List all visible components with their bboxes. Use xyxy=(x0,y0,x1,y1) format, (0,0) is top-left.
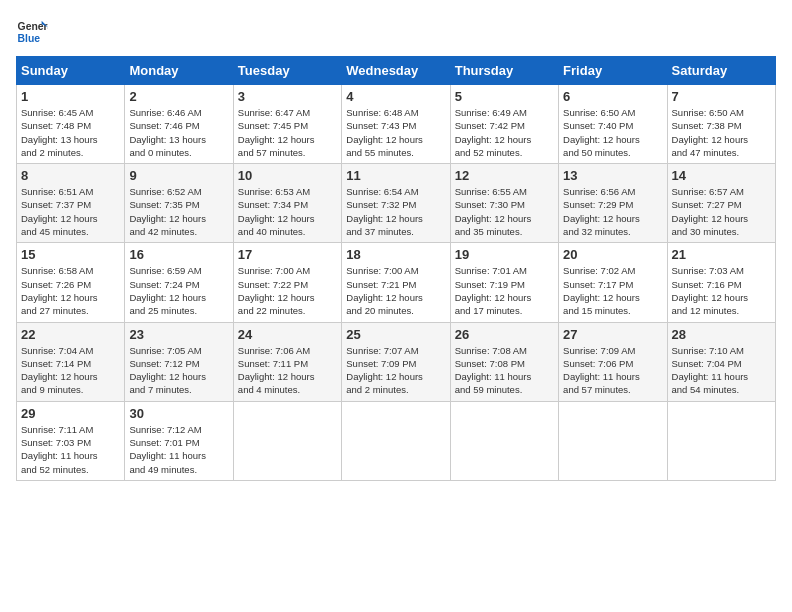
day-info: Sunrise: 6:54 AM Sunset: 7:32 PM Dayligh… xyxy=(346,185,445,238)
calendar-cell: 28Sunrise: 7:10 AM Sunset: 7:04 PM Dayli… xyxy=(667,322,775,401)
calendar-cell: 2Sunrise: 6:46 AM Sunset: 7:46 PM Daylig… xyxy=(125,85,233,164)
calendar-cell: 24Sunrise: 7:06 AM Sunset: 7:11 PM Dayli… xyxy=(233,322,341,401)
calendar-cell: 9Sunrise: 6:52 AM Sunset: 7:35 PM Daylig… xyxy=(125,164,233,243)
calendar-cell: 6Sunrise: 6:50 AM Sunset: 7:40 PM Daylig… xyxy=(559,85,667,164)
calendar-cell xyxy=(233,401,341,480)
day-info: Sunrise: 6:49 AM Sunset: 7:42 PM Dayligh… xyxy=(455,106,554,159)
day-number: 19 xyxy=(455,247,554,262)
day-info: Sunrise: 7:07 AM Sunset: 7:09 PM Dayligh… xyxy=(346,344,445,397)
calendar-week-3: 15Sunrise: 6:58 AM Sunset: 7:26 PM Dayli… xyxy=(17,243,776,322)
day-number: 28 xyxy=(672,327,771,342)
day-number: 4 xyxy=(346,89,445,104)
day-number: 18 xyxy=(346,247,445,262)
day-info: Sunrise: 6:55 AM Sunset: 7:30 PM Dayligh… xyxy=(455,185,554,238)
header-saturday: Saturday xyxy=(667,57,775,85)
day-number: 13 xyxy=(563,168,662,183)
calendar-cell: 16Sunrise: 6:59 AM Sunset: 7:24 PM Dayli… xyxy=(125,243,233,322)
header-tuesday: Tuesday xyxy=(233,57,341,85)
day-info: Sunrise: 7:09 AM Sunset: 7:06 PM Dayligh… xyxy=(563,344,662,397)
logo-icon: General Blue xyxy=(16,16,48,48)
calendar-week-2: 8Sunrise: 6:51 AM Sunset: 7:37 PM Daylig… xyxy=(17,164,776,243)
calendar-table: SundayMondayTuesdayWednesdayThursdayFrid… xyxy=(16,56,776,481)
day-number: 25 xyxy=(346,327,445,342)
day-info: Sunrise: 6:50 AM Sunset: 7:40 PM Dayligh… xyxy=(563,106,662,159)
day-info: Sunrise: 7:00 AM Sunset: 7:21 PM Dayligh… xyxy=(346,264,445,317)
calendar-cell: 11Sunrise: 6:54 AM Sunset: 7:32 PM Dayli… xyxy=(342,164,450,243)
calendar-cell: 17Sunrise: 7:00 AM Sunset: 7:22 PM Dayli… xyxy=(233,243,341,322)
day-number: 1 xyxy=(21,89,120,104)
day-number: 16 xyxy=(129,247,228,262)
day-number: 10 xyxy=(238,168,337,183)
calendar-cell: 29Sunrise: 7:11 AM Sunset: 7:03 PM Dayli… xyxy=(17,401,125,480)
calendar-cell xyxy=(667,401,775,480)
day-info: Sunrise: 6:56 AM Sunset: 7:29 PM Dayligh… xyxy=(563,185,662,238)
header-thursday: Thursday xyxy=(450,57,558,85)
calendar-cell: 12Sunrise: 6:55 AM Sunset: 7:30 PM Dayli… xyxy=(450,164,558,243)
calendar-header-row: SundayMondayTuesdayWednesdayThursdayFrid… xyxy=(17,57,776,85)
day-info: Sunrise: 7:01 AM Sunset: 7:19 PM Dayligh… xyxy=(455,264,554,317)
day-info: Sunrise: 6:51 AM Sunset: 7:37 PM Dayligh… xyxy=(21,185,120,238)
header-monday: Monday xyxy=(125,57,233,85)
day-number: 7 xyxy=(672,89,771,104)
day-info: Sunrise: 7:05 AM Sunset: 7:12 PM Dayligh… xyxy=(129,344,228,397)
day-number: 3 xyxy=(238,89,337,104)
day-number: 24 xyxy=(238,327,337,342)
day-info: Sunrise: 6:53 AM Sunset: 7:34 PM Dayligh… xyxy=(238,185,337,238)
day-number: 17 xyxy=(238,247,337,262)
day-number: 26 xyxy=(455,327,554,342)
day-number: 30 xyxy=(129,406,228,421)
day-info: Sunrise: 6:52 AM Sunset: 7:35 PM Dayligh… xyxy=(129,185,228,238)
day-number: 15 xyxy=(21,247,120,262)
calendar-cell: 10Sunrise: 6:53 AM Sunset: 7:34 PM Dayli… xyxy=(233,164,341,243)
day-info: Sunrise: 7:04 AM Sunset: 7:14 PM Dayligh… xyxy=(21,344,120,397)
day-number: 11 xyxy=(346,168,445,183)
header-friday: Friday xyxy=(559,57,667,85)
calendar-cell: 26Sunrise: 7:08 AM Sunset: 7:08 PM Dayli… xyxy=(450,322,558,401)
calendar-week-5: 29Sunrise: 7:11 AM Sunset: 7:03 PM Dayli… xyxy=(17,401,776,480)
calendar-cell: 18Sunrise: 7:00 AM Sunset: 7:21 PM Dayli… xyxy=(342,243,450,322)
calendar-cell xyxy=(450,401,558,480)
logo: General Blue xyxy=(16,16,48,48)
calendar-cell: 4Sunrise: 6:48 AM Sunset: 7:43 PM Daylig… xyxy=(342,85,450,164)
calendar-cell: 5Sunrise: 6:49 AM Sunset: 7:42 PM Daylig… xyxy=(450,85,558,164)
day-info: Sunrise: 7:12 AM Sunset: 7:01 PM Dayligh… xyxy=(129,423,228,476)
header-wednesday: Wednesday xyxy=(342,57,450,85)
calendar-cell: 27Sunrise: 7:09 AM Sunset: 7:06 PM Dayli… xyxy=(559,322,667,401)
day-number: 29 xyxy=(21,406,120,421)
calendar-cell xyxy=(559,401,667,480)
day-info: Sunrise: 6:46 AM Sunset: 7:46 PM Dayligh… xyxy=(129,106,228,159)
header-sunday: Sunday xyxy=(17,57,125,85)
day-number: 8 xyxy=(21,168,120,183)
page-header: General Blue xyxy=(16,16,776,48)
svg-text:Blue: Blue xyxy=(18,33,41,44)
day-number: 2 xyxy=(129,89,228,104)
day-info: Sunrise: 7:10 AM Sunset: 7:04 PM Dayligh… xyxy=(672,344,771,397)
day-info: Sunrise: 6:57 AM Sunset: 7:27 PM Dayligh… xyxy=(672,185,771,238)
day-number: 9 xyxy=(129,168,228,183)
calendar-cell: 1Sunrise: 6:45 AM Sunset: 7:48 PM Daylig… xyxy=(17,85,125,164)
calendar-cell: 30Sunrise: 7:12 AM Sunset: 7:01 PM Dayli… xyxy=(125,401,233,480)
calendar-cell: 23Sunrise: 7:05 AM Sunset: 7:12 PM Dayli… xyxy=(125,322,233,401)
calendar-cell: 21Sunrise: 7:03 AM Sunset: 7:16 PM Dayli… xyxy=(667,243,775,322)
day-info: Sunrise: 7:08 AM Sunset: 7:08 PM Dayligh… xyxy=(455,344,554,397)
day-info: Sunrise: 7:06 AM Sunset: 7:11 PM Dayligh… xyxy=(238,344,337,397)
calendar-week-1: 1Sunrise: 6:45 AM Sunset: 7:48 PM Daylig… xyxy=(17,85,776,164)
day-number: 27 xyxy=(563,327,662,342)
calendar-cell: 15Sunrise: 6:58 AM Sunset: 7:26 PM Dayli… xyxy=(17,243,125,322)
day-number: 22 xyxy=(21,327,120,342)
day-info: Sunrise: 7:03 AM Sunset: 7:16 PM Dayligh… xyxy=(672,264,771,317)
day-info: Sunrise: 6:58 AM Sunset: 7:26 PM Dayligh… xyxy=(21,264,120,317)
day-number: 6 xyxy=(563,89,662,104)
calendar-cell: 20Sunrise: 7:02 AM Sunset: 7:17 PM Dayli… xyxy=(559,243,667,322)
calendar-cell: 25Sunrise: 7:07 AM Sunset: 7:09 PM Dayli… xyxy=(342,322,450,401)
day-number: 5 xyxy=(455,89,554,104)
day-number: 21 xyxy=(672,247,771,262)
day-info: Sunrise: 7:00 AM Sunset: 7:22 PM Dayligh… xyxy=(238,264,337,317)
day-number: 14 xyxy=(672,168,771,183)
day-info: Sunrise: 7:02 AM Sunset: 7:17 PM Dayligh… xyxy=(563,264,662,317)
day-number: 20 xyxy=(563,247,662,262)
calendar-cell: 14Sunrise: 6:57 AM Sunset: 7:27 PM Dayli… xyxy=(667,164,775,243)
day-info: Sunrise: 6:59 AM Sunset: 7:24 PM Dayligh… xyxy=(129,264,228,317)
calendar-cell: 3Sunrise: 6:47 AM Sunset: 7:45 PM Daylig… xyxy=(233,85,341,164)
calendar-cell: 7Sunrise: 6:50 AM Sunset: 7:38 PM Daylig… xyxy=(667,85,775,164)
